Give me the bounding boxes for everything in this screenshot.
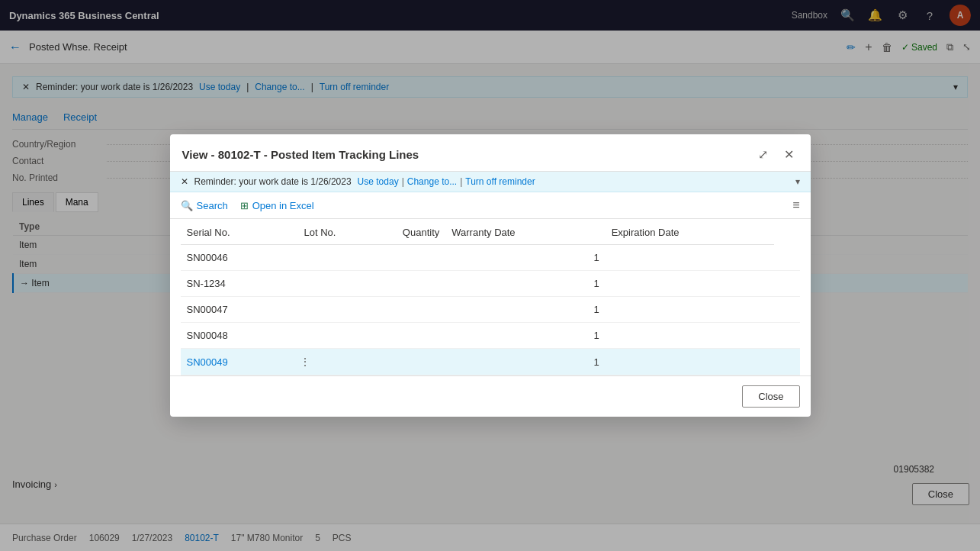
modal-overlay: View - 80102-T - Posted Item Tracking Li… [0,0,980,31]
